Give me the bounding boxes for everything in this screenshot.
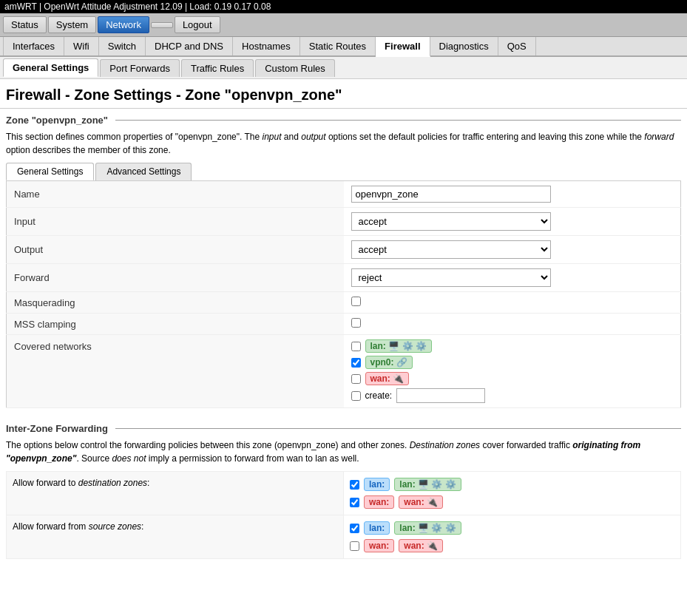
name-input[interactable] [351, 186, 551, 203]
covered-wan-row: wan: 🔌 [351, 372, 674, 385]
forward-from-wan-network: wan: 🔌 [399, 539, 443, 552]
forward-to-wan-network: wan: 🔌 [399, 495, 443, 509]
nav-interfaces[interactable]: Interfaces [3, 37, 64, 55]
nav-logout[interactable]: Logout [175, 16, 220, 33]
covered-vpn0-checkbox[interactable] [351, 358, 361, 368]
subtab-custom-rules[interactable]: Custom Rules [255, 59, 335, 77]
form-row-covered: Covered networks lan: 🖥️ ⚙️ ⚙️ vpn0: 🔗 [7, 335, 681, 408]
forward-from-controls: lan: lan: 🖥️ ⚙️ ⚙️ wan: wan: 🔌 [344, 515, 681, 559]
form-row-mss: MSS clamping [7, 314, 681, 335]
title-bar: amWRT | OpenWrt Attitude Adjustment 12.0… [0, 0, 687, 13]
masquerading-checkbox[interactable] [351, 297, 361, 306]
masquerading-label: Masquerading [7, 292, 344, 314]
output-select[interactable]: accept reject drop [351, 240, 551, 259]
nav-switch[interactable]: Switch [99, 37, 146, 55]
wan-network-tag: wan: 🔌 [365, 372, 410, 385]
interzone-table: Allow forward to destination zones: lan:… [6, 471, 681, 559]
nav-static-routes[interactable]: Static Routes [300, 37, 376, 55]
nav-system[interactable]: System [48, 16, 96, 33]
zone-form-table: Name Input accept reject drop Output acc… [6, 180, 681, 408]
covered-vpn0-row: vpn0: 🔗 [351, 356, 674, 369]
inner-tab-general[interactable]: General Settings [6, 163, 94, 180]
create-label: create: [365, 390, 393, 401]
forward-from-lan-checkbox[interactable] [350, 524, 359, 533]
forward-from-wan-tag: wan: [364, 539, 394, 552]
forward-from-lan-network: lan: 🖥️ ⚙️ ⚙️ [394, 521, 461, 535]
zone-description: This section defines common properties o… [6, 130, 681, 157]
subtab-port-forwards[interactable]: Port Forwards [100, 59, 180, 77]
inner-tabs: General Settings Advanced Settings [6, 163, 681, 180]
forward-to-wan-checkbox[interactable] [350, 498, 359, 507]
name-label: Name [7, 181, 344, 208]
form-row-output: Output accept reject drop [7, 236, 681, 264]
form-row-input: Input accept reject drop [7, 208, 681, 236]
forward-to-lan-network: lan: 🖥️ ⚙️ ⚙️ [394, 478, 461, 491]
covered-label: Covered networks [7, 335, 344, 408]
second-navigation: Interfaces Wifi Switch DHCP and DNS Host… [0, 37, 687, 57]
form-row-forward: Forward accept reject drop [7, 264, 681, 292]
vpn0-network-tag: vpn0: 🔗 [365, 356, 413, 369]
forward-to-lan-checkbox[interactable] [350, 480, 359, 490]
nav-wifi[interactable]: Wifi [64, 37, 99, 55]
create-input[interactable] [396, 388, 485, 403]
page-title: Firewall - Zone Settings - Zone "openvpn… [0, 79, 687, 109]
subtab-traffic-rules[interactable]: Traffic Rules [181, 59, 254, 77]
sub-tabs: General Settings Port Forwards Traffic R… [0, 57, 687, 79]
input-label: Input [7, 208, 344, 236]
input-select[interactable]: accept reject drop [351, 212, 551, 231]
nav-firewall[interactable]: Firewall [376, 37, 430, 57]
forward-from-wan-row: wan: wan: 🔌 [350, 539, 674, 552]
forward-from-label-cell: Allow forward from source zones: [7, 515, 344, 559]
form-row-masquerading: Masquerading [7, 292, 681, 314]
forward-to-label-cell: Allow forward to destination zones: [7, 472, 344, 515]
lan-network-tag: lan: 🖥️ ⚙️ ⚙️ [365, 339, 432, 353]
interzone-title: Inter-Zone Forwarding [6, 423, 681, 434]
top-navigation: Status System Network Logout [0, 13, 687, 37]
zone-section-title: Zone "openvpn_zone" [6, 115, 681, 126]
nav-extra[interactable] [151, 22, 173, 28]
subtab-general-settings[interactable]: General Settings [3, 58, 98, 77]
covered-create-row: create: [351, 388, 674, 403]
forward-label: Forward [7, 264, 344, 292]
forward-to-row: Allow forward to destination zones: lan:… [7, 472, 681, 515]
output-label: Output [7, 236, 344, 264]
forward-to-lan-tag: lan: [364, 478, 390, 491]
inner-tab-advanced[interactable]: Advanced Settings [95, 163, 192, 180]
forward-to-wan-tag: wan: [364, 495, 394, 509]
nav-status[interactable]: Status [3, 16, 47, 33]
forward-to-wan-row: wan: wan: 🔌 [350, 495, 674, 509]
forward-from-lan-row: lan: lan: 🖥️ ⚙️ ⚙️ [350, 521, 674, 535]
interzone-section: Inter-Zone Forwarding The options below … [0, 417, 687, 565]
nav-diagnostics[interactable]: Diagnostics [430, 37, 498, 55]
nav-network[interactable]: Network [98, 16, 149, 33]
forward-to-controls: lan: lan: 🖥️ ⚙️ ⚙️ wan: wan: 🔌 [344, 472, 681, 515]
forward-from-row: Allow forward from source zones: lan: la… [7, 515, 681, 559]
forward-select[interactable]: accept reject drop [351, 268, 551, 287]
covered-wan-checkbox[interactable] [351, 374, 361, 384]
nav-hostnames[interactable]: Hostnames [233, 37, 300, 55]
nav-qos[interactable]: QoS [498, 37, 536, 55]
mss-label: MSS clamping [7, 314, 344, 335]
zone-section: Zone "openvpn_zone" This section defines… [0, 109, 687, 414]
forward-from-lan-tag: lan: [364, 521, 390, 535]
covered-create-checkbox[interactable] [351, 391, 361, 401]
covered-lan-row: lan: 🖥️ ⚙️ ⚙️ [351, 339, 674, 353]
nav-dhcp-dns[interactable]: DHCP and DNS [146, 37, 233, 55]
mss-checkbox[interactable] [351, 318, 361, 328]
form-row-name: Name [7, 181, 681, 208]
interzone-description: The options below control the forwarding… [6, 439, 681, 465]
covered-lan-checkbox[interactable] [351, 342, 361, 351]
forward-from-wan-checkbox[interactable] [350, 541, 359, 551]
forward-to-lan-row: lan: lan: 🖥️ ⚙️ ⚙️ [350, 478, 674, 491]
title-text: amWRT | OpenWrt Attitude Adjustment 12.0… [4, 1, 271, 12]
covered-networks-cell: lan: 🖥️ ⚙️ ⚙️ vpn0: 🔗 wan: 🔌 [351, 339, 674, 403]
